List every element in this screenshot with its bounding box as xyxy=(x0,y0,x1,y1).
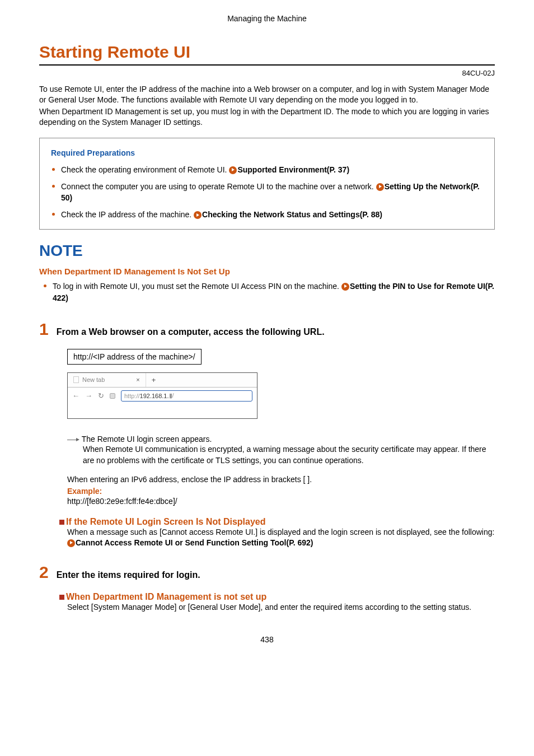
play-icon xyxy=(376,183,384,191)
step-1-title: From a Web browser on a computer, access… xyxy=(57,327,325,337)
prep-item-1-link[interactable]: Supported Environment(P. 37) xyxy=(237,165,349,174)
nav-back-icon[interactable]: ← xyxy=(72,391,79,400)
step-2-number: 2 xyxy=(39,564,49,581)
ipv6-line: When entering an IPv6 address, enclose t… xyxy=(67,474,495,485)
play-icon xyxy=(67,539,75,547)
page-title: Starting Remote UI xyxy=(39,43,495,66)
required-preparations-box: Required Preparations Check the operatin… xyxy=(39,138,495,230)
browser-content-area xyxy=(68,404,257,418)
step-2-row: 2 Enter the items required for login. xyxy=(39,564,495,581)
prep-item-2: Connect the computer you are using to op… xyxy=(51,181,483,204)
step-1-row: 1 From a Web browser on a computer, acce… xyxy=(39,321,495,338)
address-ip: 192.168.1. xyxy=(140,393,169,399)
note-item: To log in with Remote UI, you must set t… xyxy=(39,281,495,304)
result-block: The Remote UI login screen appears. When… xyxy=(67,435,495,466)
new-tab-button[interactable]: + xyxy=(146,376,162,384)
tab-page-icon xyxy=(73,376,79,383)
lock-icon xyxy=(110,393,115,399)
document-code: 84CU-02J xyxy=(39,69,495,77)
browser-tab[interactable]: New tab × xyxy=(68,373,146,387)
not-displayed-body: When a message such as [Cannot access Re… xyxy=(59,527,495,548)
not-displayed-text: When a message such as [Cannot access Re… xyxy=(67,527,495,538)
browser-window-mock: New tab × + ← → ↻ http://192.168.1.▮/ xyxy=(67,372,257,419)
address-suffix: ▮/ xyxy=(169,392,174,399)
prep-item-1-text: Check the operating environment of Remot… xyxy=(61,165,229,174)
result-line: The Remote UI login screen appears. xyxy=(82,435,212,444)
note-item-text: To log in with Remote UI, you must set t… xyxy=(53,282,341,291)
nav-forward-icon[interactable]: → xyxy=(85,391,92,400)
browser-toolbar: ← → ↻ http://192.168.1.▮/ xyxy=(68,388,257,404)
note-subheading: When Department ID Management Is Not Set… xyxy=(39,267,495,276)
step-1-number: 1 xyxy=(39,321,49,338)
not-displayed-title-text: If the Remote UI Login Screen Is Not Dis… xyxy=(66,517,266,526)
not-displayed-title: If the Remote UI Login Screen Is Not Dis… xyxy=(59,517,495,527)
breadcrumb-header: Managing the Machine xyxy=(39,0,495,43)
step2-sub-title: When Department ID Management is not set… xyxy=(59,592,495,602)
play-icon xyxy=(341,283,349,291)
square-bullet-icon xyxy=(59,520,64,525)
square-bullet-icon xyxy=(59,595,64,600)
prep-item-1: Check the operating environment of Remot… xyxy=(51,164,483,175)
result-detail: When Remote UI communication is encrypte… xyxy=(67,444,495,466)
intro-paragraph-2: When Department ID Management is set up,… xyxy=(39,106,495,128)
intro-paragraph-1: To use Remote UI, enter the IP address o… xyxy=(39,84,495,105)
result-arrow-icon xyxy=(67,438,79,442)
not-displayed-link[interactable]: Cannot Access Remote UI or Send Function… xyxy=(76,538,313,547)
required-preparations-title: Required Preparations xyxy=(51,148,483,157)
prep-item-3-link[interactable]: Checking the Network Status and Settings… xyxy=(202,210,382,219)
example-value: http://[fe80:2e9e:fcff:fe4e:dbce]/ xyxy=(67,496,495,507)
nav-reload-icon[interactable]: ↻ xyxy=(98,391,104,400)
browser-tab-bar: New tab × + xyxy=(68,373,257,388)
example-label: Example: xyxy=(67,487,495,496)
address-prefix: http:// xyxy=(124,393,140,399)
tab-close-icon[interactable]: × xyxy=(136,376,139,383)
step2-sub-body: Select [System Manager Mode] or [General… xyxy=(59,602,495,613)
note-heading: NOTE xyxy=(39,242,495,260)
step-2-title: Enter the items required for login. xyxy=(57,570,200,580)
browser-tab-label: New tab xyxy=(82,376,105,383)
address-bar[interactable]: http://192.168.1.▮/ xyxy=(121,390,252,402)
page-number: 438 xyxy=(39,613,495,655)
prep-item-3: Check the IP address of the machine. Che… xyxy=(51,209,483,220)
step2-sub-title-text: When Department ID Management is not set… xyxy=(66,592,266,601)
prep-item-3-text: Check the IP address of the machine. xyxy=(61,210,194,219)
prep-item-2-text: Connect the computer you are using to op… xyxy=(61,182,376,191)
play-icon xyxy=(194,211,202,219)
url-template-box: http://<IP address of the machine>/ xyxy=(67,349,202,365)
play-icon xyxy=(229,166,237,174)
